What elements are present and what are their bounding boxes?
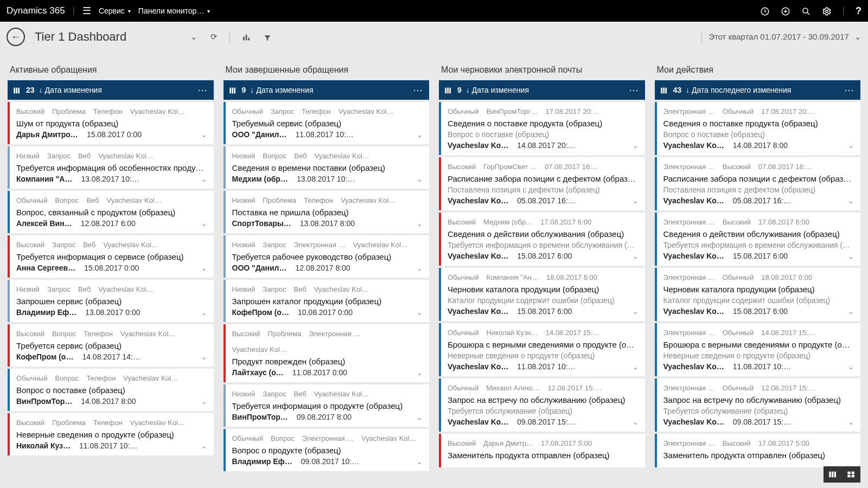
tile-view-button[interactable] — [842, 466, 860, 483]
card[interactable]: НизкийЗапросВебVyacheslav Kol…Запрошен к… — [224, 280, 430, 322]
card[interactable]: НизкийЗапросЭлектронная …Vyacheslav Kol…… — [224, 235, 430, 278]
card-expand-icon[interactable]: ⌄ — [417, 131, 423, 139]
card-expand-icon[interactable]: ⌄ — [848, 142, 854, 150]
card[interactable]: ОбычныйКомпания "Ан…18.08.2017 6:00Черно… — [439, 268, 645, 321]
column-sort[interactable]: ↓Дата последнего изменения — [686, 86, 791, 94]
column-sort[interactable]: ↓Дата изменения — [250, 86, 313, 94]
card[interactable]: ВысокийПроблемаТелефонVyacheslav Kol…Нев… — [8, 413, 214, 455]
card[interactable]: НизкийВопросВебVyacheslav Kol…Сведения о… — [224, 146, 430, 189]
card-bottom: Алексей Вин…12.08.2017 6:00 — [16, 219, 207, 228]
card[interactable]: ОбычныйВопросВебVyacheslav Kol…Вопрос, с… — [8, 191, 214, 233]
card-expand-icon[interactable]: ⌄ — [417, 413, 423, 421]
card[interactable]: ОбычныйВопросЭлектронная …Vyacheslav Kol… — [224, 429, 430, 471]
card-expand-icon[interactable]: ⌄ — [848, 418, 854, 426]
dashboard-dropdown[interactable]: ⌄ — [187, 32, 201, 42]
card-expand-icon[interactable]: ⌄ — [417, 220, 423, 228]
card-owner: СпортТовары… — [232, 219, 291, 228]
card-expand-icon[interactable]: ⌄ — [417, 458, 423, 466]
card-expand-icon[interactable]: ⌄ — [633, 142, 639, 150]
card-expand-icon[interactable]: ⌄ — [417, 264, 423, 272]
column-more-button[interactable]: ⋯ — [413, 84, 424, 96]
card-meta-item: Высокий — [16, 241, 44, 249]
card-expand-icon[interactable]: ⌄ — [201, 264, 207, 272]
card-meta-item: Высокий — [16, 419, 44, 427]
search-icon[interactable] — [801, 5, 811, 17]
card-meta-item: Vyacheslav Kol… — [120, 330, 175, 338]
card[interactable]: ОбычныйНиколай Кузн…14.08.2017 15:…Брошю… — [439, 323, 645, 376]
card-meta-item: Электронная … — [663, 218, 715, 226]
card-expand-icon[interactable]: ⌄ — [633, 418, 639, 426]
card-expand-icon[interactable]: ⌄ — [633, 307, 639, 316]
card[interactable]: ВысокийПроблемаТелефонVyacheslav Kol…Шум… — [8, 102, 214, 144]
card-expand-icon[interactable]: ⌄ — [848, 252, 854, 260]
card-expand-icon[interactable]: ⌄ — [201, 309, 207, 317]
column-sort-label: Дата изменения — [256, 86, 313, 94]
card[interactable]: ОбычныйВинПромТорг…17.08.2017 20:…Сведен… — [439, 102, 645, 155]
stream-view-button[interactable] — [824, 466, 842, 483]
card[interactable]: Электронная …Высокий17.08.2017 5:00Замен… — [655, 434, 861, 467]
card-meta-item: Vyacheslav Kol… — [353, 241, 408, 249]
card-meta-item: Телефон — [86, 374, 116, 382]
card[interactable]: Электронная …Высокий17.08.2017 6:00Сведе… — [655, 213, 861, 266]
card-expand-icon[interactable]: ⌄ — [848, 307, 854, 316]
page-dropdown[interactable]: Панели монитор… ▾ — [138, 7, 210, 15]
card[interactable]: ОбычныйВопросТелефонVyacheslav Kol…Вопро… — [8, 369, 214, 411]
card[interactable]: Электронная …Обычный18.08.2017 6:00Черно… — [655, 268, 861, 321]
card-bottom: Дарья Дмитро…15.08.2017 0:00 — [16, 130, 207, 139]
subheader-right: Этот квартал 01.07.2017 - 30.09.2017 ⌄ — [699, 31, 861, 43]
menu-icon[interactable]: ☰ — [82, 5, 91, 17]
card-expand-icon[interactable]: ⌄ — [201, 442, 207, 450]
card-meta: ОбычныйВопросЭлектронная …Vyacheslav Kol… — [232, 434, 423, 442]
card-expand-icon[interactable]: ⌄ — [201, 397, 207, 406]
card[interactable]: ВысокийГорПромСвет …07.08.2017 16:…Распи… — [439, 157, 645, 210]
filter-icon[interactable] — [260, 32, 275, 41]
card-expand-icon[interactable]: ⌄ — [633, 252, 639, 260]
card-expand-icon[interactable]: ⌄ — [417, 369, 423, 377]
card-expand-icon[interactable]: ⌄ — [201, 175, 207, 183]
card-expand-icon[interactable]: ⌄ — [633, 363, 639, 371]
card-expand-icon[interactable]: ⌄ — [201, 131, 207, 139]
card-expand-icon[interactable]: ⌄ — [417, 309, 423, 317]
back-button[interactable]: ← — [7, 28, 25, 46]
card[interactable]: НизкийЗапросВебVyacheslav Kol…Запрошен с… — [8, 280, 214, 322]
chart-icon[interactable] — [239, 32, 254, 42]
column-more-button[interactable]: ⋯ — [197, 84, 208, 96]
card-expand-icon[interactable]: ⌄ — [201, 353, 207, 361]
card[interactable]: ВысокийЗапросВебVyacheslav Kol…Требуется… — [8, 235, 214, 278]
column-sort[interactable]: ↓Дата изменения — [466, 86, 529, 94]
stream-icon — [660, 86, 669, 94]
card[interactable]: НизкийЗапросВебVyacheslav Kol…Требуется … — [224, 384, 430, 427]
card[interactable]: ОбычныйМихаил Алекс…12.08.2017 15:…Запро… — [439, 378, 645, 432]
card[interactable]: Электронная …Обычный17.08.2017 20:…Сведе… — [655, 102, 861, 155]
column-more-button[interactable]: ⋯ — [844, 84, 855, 96]
help-icon[interactable]: ? — [856, 5, 861, 17]
card[interactable]: НизкийЗапросВебVyacheslav Kol…Требуется … — [8, 146, 214, 189]
card-expand-icon[interactable]: ⌄ — [848, 197, 854, 205]
card[interactable]: ВысокийПроблемаЭлектронная …Vyacheslav K… — [224, 324, 430, 382]
card-expand-icon[interactable]: ⌄ — [848, 363, 854, 371]
date-range-selector[interactable]: Этот квартал 01.07.2017 - 30.09.2017 ⌄ — [709, 32, 861, 42]
card[interactable]: ВысокийМедхим (обр…17.08.2017 6:00Сведен… — [439, 213, 645, 266]
card[interactable]: Электронная …Высокий07.08.2017 16:…Распи… — [655, 157, 861, 210]
area-dropdown[interactable]: Сервис ▾ — [99, 7, 131, 15]
refresh-icon[interactable]: ⟳ — [207, 32, 221, 42]
recent-icon[interactable] — [760, 5, 770, 17]
card[interactable]: НизкийПроблемаТелефонVyacheslav Kol…Пост… — [224, 191, 430, 233]
card-title: Черновик каталога продукции (образец) — [663, 285, 854, 294]
card[interactable]: ОбычныйЗапросТелефонVyacheslav Kol…Требу… — [224, 102, 430, 144]
card-title: Сведения о действии обслуживания (образе… — [448, 229, 639, 239]
card-expand-icon[interactable]: ⌄ — [633, 197, 639, 205]
add-icon[interactable] — [781, 5, 790, 17]
gear-icon[interactable] — [822, 5, 832, 17]
card-date: 15.08.2017 6:00 — [517, 252, 572, 260]
card[interactable]: ВысокийВопросТелефонVyacheslav Kol…Требу… — [8, 324, 214, 367]
card-expand-icon[interactable]: ⌄ — [201, 220, 207, 228]
card-bottom: Vyacheslav Ko…14.08.2017 20:… — [448, 141, 639, 150]
card-date: 13.08.2017 8:00 — [300, 219, 355, 228]
column-sort[interactable]: ↓Дата изменения — [39, 86, 102, 94]
card-expand-icon[interactable]: ⌄ — [417, 175, 423, 183]
card[interactable]: Электронная …Обычный14.08.2017 15:…Брошю… — [655, 323, 861, 376]
card[interactable]: ВысокийДарья Дмитр…17.08.2017 5:00Замени… — [439, 434, 645, 467]
card[interactable]: Электронная …Обычный12.08.2017 15:…Запро… — [655, 378, 861, 432]
column-more-button[interactable]: ⋯ — [629, 84, 640, 96]
